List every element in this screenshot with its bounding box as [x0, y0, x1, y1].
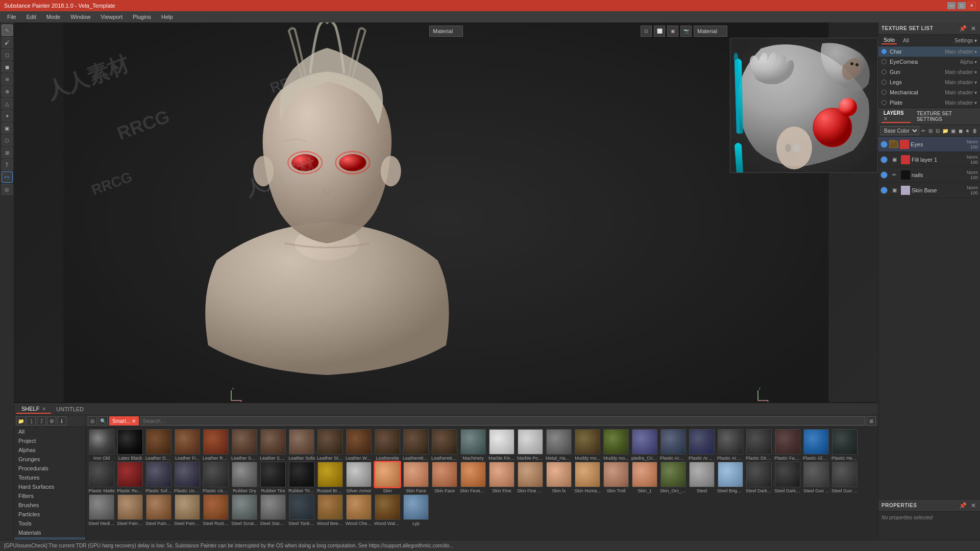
shelf-import-btn[interactable]: ⤵	[27, 416, 36, 425]
layer-color-swatch[interactable]	[901, 186, 910, 195]
material-item-43[interactable]: Skin fx	[545, 462, 573, 493]
material-item-56[interactable]: Steel Painte...	[145, 494, 173, 526]
material-item-65[interactable]: Lyp	[402, 494, 430, 526]
toolbar-text[interactable]: T	[2, 159, 13, 170]
material-item-49[interactable]: Steel Bright...	[717, 462, 744, 493]
material-item-3[interactable]: Leather Fi...	[174, 429, 201, 461]
shelf-cat-all[interactable]: All	[14, 427, 85, 436]
shelf-cat-brushes[interactable]: Brushes	[14, 500, 85, 510]
material-item-22[interactable]: Plastic Arm...	[717, 429, 744, 461]
shelf-cat-alphas[interactable]: Alphas	[14, 445, 85, 455]
shelf-export-btn[interactable]: ⤴	[37, 416, 46, 425]
texture-set-item-mechanical[interactable]: Mechanical Main shader ▾	[878, 87, 980, 97]
toolbar-cursor[interactable]: ↖	[2, 24, 13, 36]
menu-window[interactable]: Window	[65, 13, 95, 21]
texture-set-close[interactable]: ✕	[970, 25, 977, 32]
layer-copy-btn[interactable]: ⊞	[927, 127, 934, 135]
material-selector-right[interactable]: Material	[694, 26, 727, 37]
toolbar-picker[interactable]: ✦	[2, 110, 13, 121]
material-item-17[interactable]: Muddy mo...	[574, 429, 601, 461]
toolbar-eraser[interactable]: ◻	[2, 49, 13, 60]
material-item-57[interactable]: Steel Painte...	[174, 494, 201, 526]
material-item-46[interactable]: Skin_1	[631, 462, 658, 493]
layer-add-fill-btn[interactable]: ▣	[950, 127, 956, 135]
material-item-10[interactable]: Leatherette	[374, 429, 401, 461]
vp-icon-1[interactable]: ⊡	[641, 26, 652, 37]
menu-mode[interactable]: Mode	[41, 13, 66, 21]
texture-set-settings-tab[interactable]: TEXTURE SET SETTINGS	[915, 110, 977, 122]
material-item-53[interactable]: Steel Gun P...	[831, 462, 859, 493]
ts-tab-all[interactable]: All	[901, 37, 911, 44]
material-item-47[interactable]: Skin_Orc_S...	[659, 462, 687, 493]
material-item-21[interactable]: Plastic Arm...	[688, 429, 716, 461]
shelf-info-btn[interactable]: ℹ	[57, 416, 66, 425]
texture-set-item-gun[interactable]: Gun Main shader ▾	[878, 67, 980, 77]
layer-color-swatch[interactable]	[901, 155, 910, 164]
material-item-29[interactable]: Plastic Soft...	[145, 462, 173, 493]
material-item-33[interactable]: Rubber Tire	[259, 462, 287, 493]
toolbar-brush[interactable]: 🖌	[2, 37, 13, 48]
toolbar-paint-bucket[interactable]: ▣	[2, 122, 13, 134]
material-item-6[interactable]: Leather Sea...	[259, 429, 287, 461]
material-item-16[interactable]: Metal_Ham...	[545, 429, 573, 461]
texture-set-item-plate[interactable]: Plate Main shader ▾	[878, 97, 980, 108]
ts-radio-4[interactable]	[881, 90, 887, 95]
material-item-18[interactable]: Muddy mo...	[602, 429, 630, 461]
vp-icon-3[interactable]: ▣	[667, 26, 678, 37]
material-item-9[interactable]: Leather We...	[345, 429, 373, 461]
layer-visibility-toggle[interactable]	[880, 171, 888, 179]
material-item-11[interactable]: Leatherette ...	[402, 429, 430, 461]
toolbar-smudge[interactable]: ≋	[2, 73, 13, 85]
shelf-cat-hard-surfaces[interactable]: Hard Surfaces	[14, 482, 85, 491]
layer-visibility-toggle[interactable]	[880, 141, 888, 148]
layer-add-paint-btn[interactable]: ✏	[920, 127, 926, 135]
shelf-folder-btn[interactable]: 📁	[16, 416, 26, 425]
channel-selector[interactable]: Base Color	[880, 126, 919, 135]
material-item-14[interactable]: Marble Fine...	[488, 429, 516, 461]
material-item-13[interactable]: Machinery	[459, 429, 487, 461]
texture-set-item-legs[interactable]: Legs Main shader ▾	[878, 77, 980, 87]
shelf-tab-close[interactable]: ✕	[40, 406, 46, 412]
material-selector-left[interactable]: Material	[429, 26, 463, 37]
material-item-8[interactable]: Leather Styl...	[316, 429, 344, 461]
ts-settings[interactable]: Settings ▾	[954, 38, 977, 43]
material-item-59[interactable]: Steel Scrat...	[231, 494, 258, 526]
layer-color-swatch[interactable]	[901, 170, 910, 180]
material-item-52[interactable]: Steel Gun ...	[802, 462, 830, 493]
toolbar-projection[interactable]: ⊞	[2, 147, 13, 158]
material-item-62[interactable]: Wood Beec...	[316, 494, 344, 526]
layer-item-eyes[interactable]: Eyes Norm 100	[878, 137, 980, 152]
material-item-42[interactable]: Skin Fine v2...	[517, 462, 544, 493]
material-item-55[interactable]: Steel Painte...	[116, 494, 144, 526]
shelf-search-input[interactable]	[140, 416, 865, 425]
material-item-4[interactable]: Leather Ro...	[202, 429, 230, 461]
material-item-24[interactable]: Plastic Fake...	[774, 429, 801, 461]
toolbar-eye-dropper[interactable]: ◎	[2, 184, 13, 195]
material-item-1[interactable]: Latex Black	[116, 429, 144, 461]
shelf-cat-textures[interactable]: Textures	[14, 473, 85, 482]
shelf-search-icon[interactable]: 🔍	[99, 416, 108, 425]
toolbar-fill[interactable]: ◼	[2, 61, 13, 72]
layer-mask-btn[interactable]: ◼	[958, 127, 964, 135]
material-item-0[interactable]: Iron Old	[88, 429, 115, 461]
material-item-54[interactable]: Steel Medie...	[88, 494, 115, 526]
ts-radio-1[interactable]	[881, 59, 887, 64]
material-item-26[interactable]: Plastic Hexa...	[831, 429, 859, 461]
material-item-15[interactable]: Marble Poll...	[517, 429, 544, 461]
layers-tab[interactable]: LAYERS ✕	[881, 110, 911, 123]
material-item-36[interactable]: Silver Armor	[345, 462, 373, 493]
material-item-2[interactable]: Leather Da...	[145, 429, 173, 461]
material-item-34[interactable]: Rubber Tire...	[288, 462, 315, 493]
layer-delete-btn[interactable]: 🗑	[972, 127, 978, 135]
ts-radio-5[interactable]	[881, 100, 887, 105]
material-item-44[interactable]: Skin Huma...	[574, 462, 601, 493]
material-item-61[interactable]: Steel Tank P...	[288, 494, 315, 526]
vp-icon-2[interactable]: ⬜	[654, 26, 665, 37]
layer-visibility-toggle[interactable]	[880, 156, 888, 163]
material-item-5[interactable]: Leather Sea...	[231, 429, 258, 461]
material-item-20[interactable]: Plastic Arm...	[659, 429, 687, 461]
material-item-38[interactable]: Skin Face	[402, 462, 430, 493]
properties-close[interactable]: ✕	[970, 502, 977, 509]
material-item-28[interactable]: Plastic Rub...	[116, 462, 144, 493]
material-item-51[interactable]: Steel Dark S...	[774, 462, 801, 493]
